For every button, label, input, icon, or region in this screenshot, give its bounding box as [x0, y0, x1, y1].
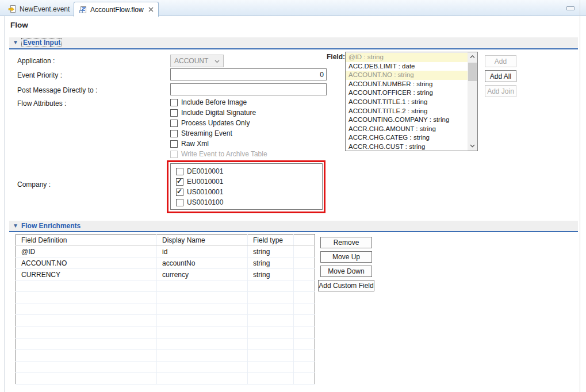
checkbox-label: Process Updates Only [181, 119, 250, 127]
editor-left-ruler [4, 16, 5, 392]
move-down-button[interactable]: Move Down [320, 266, 372, 277]
field-list-item[interactable]: ACCR.CHG.AMOUNT : string [346, 125, 468, 134]
checkbox-company-us0010100[interactable]: US0010100 [176, 198, 223, 207]
section-header-event-input: ▼ Event Input [9, 37, 578, 48]
tab-accountflow[interactable]: AccountFlow.flow [74, 2, 159, 17]
editor-right-edge [580, 0, 580, 392]
checkbox-label: US0010001 [187, 188, 223, 196]
section-title-flow-enrichments[interactable]: Flow Enrichments [21, 222, 81, 230]
checkbox-label: Raw Xml [181, 140, 209, 148]
cell-type: string [248, 258, 294, 269]
editor-tab-bar: NewEvent.event AccountFlow.flow [0, 0, 586, 16]
add-custom-field-button[interactable]: Add Custom Field [318, 280, 374, 291]
field-listbox[interactable]: @ID : string ACC.DEB.LIMIT : date ACCOUN… [345, 52, 478, 151]
checkbox-box[interactable] [176, 189, 183, 196]
section-header-flow-enrichments: ▼ Flow Enrichments [9, 221, 578, 231]
collapse-arrow-icon[interactable]: ▼ [13, 223, 18, 229]
close-icon[interactable] [148, 7, 154, 12]
checkbox-box[interactable] [170, 140, 178, 148]
checkbox-box [170, 151, 178, 158]
page-title: Flow [10, 21, 28, 29]
application-label: Application : [17, 57, 55, 65]
move-up-button[interactable]: Move Up [320, 251, 372, 263]
checkbox-company-us0010001[interactable]: US0010001 [176, 187, 223, 197]
checkbox-company-de0010001[interactable]: DE0010001 [176, 167, 223, 176]
field-list-item[interactable]: ACCR.CHG.CATEG : string [346, 133, 468, 143]
cell-display: currency [157, 269, 248, 280]
remove-button[interactable]: Remove [320, 237, 372, 248]
table-row-empty [16, 315, 315, 326]
checkbox-box[interactable] [170, 99, 178, 106]
add-all-button[interactable]: Add All [485, 70, 516, 82]
table-row[interactable]: CURRENCY currency string [16, 269, 315, 280]
table-row-empty [16, 326, 315, 338]
table-row-empty [16, 292, 315, 303]
section-separator [9, 48, 578, 49]
checkbox-box[interactable] [176, 178, 183, 186]
field-label: Field: [327, 53, 345, 61]
table-row-empty [16, 361, 315, 372]
collapse-arrow-icon[interactable]: ▼ [13, 40, 18, 45]
scrollbar-thumb[interactable] [468, 63, 477, 81]
scroll-down-icon[interactable] [468, 141, 477, 151]
flow-file-icon [79, 5, 87, 14]
checkbox-box[interactable] [170, 130, 178, 137]
checkbox-raw-xml[interactable]: Raw Xml [170, 139, 209, 148]
scroll-up-icon[interactable] [468, 52, 477, 62]
tab-newevent[interactable]: NewEvent.event [3, 2, 74, 16]
checkbox-label: US0010100 [187, 198, 223, 206]
field-list-item[interactable]: ACCOUNT.OFFICER : string [346, 89, 468, 98]
add-join-button[interactable]: Add Join [485, 85, 516, 97]
minimize-icon[interactable] [566, 6, 574, 10]
field-list-scrollbar[interactable] [468, 52, 477, 151]
event-priority-input[interactable] [170, 68, 327, 80]
tab-label: AccountFlow.flow [90, 6, 144, 14]
application-select-value: ACCOUNT [174, 57, 208, 65]
field-list-item[interactable]: ACCOUNT.TITLE.2 : string [346, 107, 468, 116]
application-select[interactable]: ACCOUNT [170, 55, 224, 67]
checkbox-process-updates-only[interactable]: Process Updates Only [170, 118, 250, 128]
column-header-extra [294, 235, 315, 246]
checkbox-include-before-image[interactable]: Include Before Image [170, 98, 247, 107]
checkbox-include-digital-signature[interactable]: Include Digital Signature [170, 108, 256, 117]
checkbox-write-event-archive: Write Event to Archive Table [170, 149, 267, 159]
field-list-item[interactable]: ACCR.CHG.CUST : string [346, 143, 468, 151]
company-listbox[interactable]: DE0010001 EU0010001 US0010001 US0010100 [170, 163, 323, 210]
company-label: Company : [17, 180, 51, 189]
event-priority-label: Event Priority : [17, 71, 62, 79]
enrichments-table[interactable]: Field Definition Display Name Field type… [16, 234, 315, 385]
field-list-item[interactable]: ACCOUNT.NO : string [346, 71, 468, 80]
table-row[interactable]: ACCOUNT.NO accountNo string [16, 258, 315, 269]
cell-field: @ID [16, 246, 157, 258]
table-row[interactable]: @ID id string [16, 246, 315, 258]
column-header-field-definition[interactable]: Field Definition [16, 235, 157, 246]
field-list-item[interactable]: ACC.DEB.LIMIT : date [346, 62, 468, 71]
field-list-item[interactable]: ACCOUNT.NUMBER : string [346, 80, 468, 89]
table-row-empty [16, 349, 315, 361]
checkbox-box[interactable] [176, 168, 183, 175]
checkbox-box[interactable] [176, 199, 183, 206]
field-list-item[interactable]: ACCOUNT.TITLE.1 : string [346, 98, 468, 107]
add-button[interactable]: Add [485, 55, 516, 67]
checkbox-box[interactable] [170, 109, 178, 117]
checkbox-streaming-event[interactable]: Streaming Event [170, 129, 232, 138]
checkbox-box[interactable] [170, 120, 178, 127]
checkbox-label: Include Before Image [181, 98, 247, 106]
post-message-input[interactable] [170, 83, 327, 95]
checkbox-label: DE0010001 [187, 167, 223, 175]
field-list-item[interactable]: ACCOUNTING.COMPANY : string [346, 116, 468, 125]
tab-label: NewEvent.event [20, 5, 70, 13]
checkbox-label: Streaming Event [181, 129, 232, 137]
field-list-item[interactable]: @ID : string [346, 53, 468, 62]
table-row-empty [16, 372, 315, 384]
checkbox-company-eu0010001[interactable]: EU0010001 [176, 177, 223, 186]
column-header-field-type[interactable]: Field type [248, 235, 294, 246]
cell-display: id [157, 246, 248, 258]
section-title-event-input[interactable]: Event Input [21, 38, 62, 47]
cell-type: string [248, 269, 294, 280]
column-header-display-name[interactable]: Display Name [157, 235, 248, 246]
event-file-icon [8, 5, 17, 13]
flow-editor-window: NewEvent.event AccountFlow.flow Flow ▼ [0, 0, 586, 392]
chevron-down-icon [215, 57, 220, 65]
table-row-empty [16, 280, 315, 292]
